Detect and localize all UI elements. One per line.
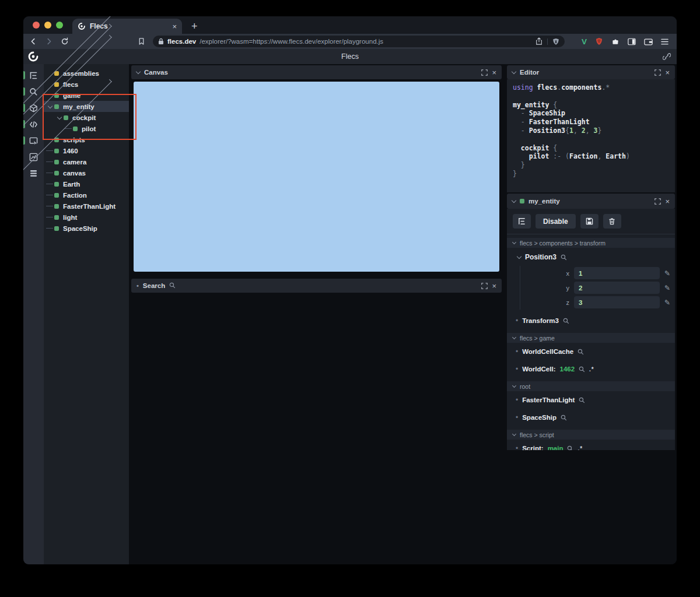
component-WorldCell[interactable]: •WorldCell:1462.* xyxy=(507,360,675,378)
tree-item-label: camera xyxy=(63,159,86,166)
component-WorldCellCache[interactable]: •WorldCellCache xyxy=(507,343,675,360)
section-header[interactable]: flecs > game xyxy=(507,333,675,343)
section-header[interactable]: root xyxy=(507,381,675,391)
lock-icon xyxy=(158,38,164,45)
close-panel-icon[interactable]: × xyxy=(665,69,670,76)
sidebar-toggle-icon[interactable] xyxy=(628,38,636,45)
tree-item-cockpit[interactable]: cockpit xyxy=(44,112,129,123)
entity-tree: assembliesflecsgamemy_entitycockpitpilot… xyxy=(44,64,129,564)
share-icon[interactable] xyxy=(536,37,542,45)
browser-tab[interactable]: Flecs × xyxy=(72,19,182,34)
forward-button[interactable] xyxy=(45,37,53,45)
tree-item-Earth[interactable]: Earth xyxy=(44,178,129,189)
section-path: root xyxy=(520,383,530,390)
component-Position3[interactable]: Position3 xyxy=(507,248,675,263)
share-link-icon[interactable] xyxy=(663,52,671,61)
collapse-icon[interactable] xyxy=(136,69,141,74)
zoom-window-button[interactable] xyxy=(56,22,63,29)
tree-item-FasterThanLight[interactable]: FasterThanLight xyxy=(44,201,129,212)
code-editor[interactable]: using flecs.components.* my_entity { - S… xyxy=(507,79,675,192)
tree-filter-button[interactable] xyxy=(513,214,531,229)
render-canvas[interactable] xyxy=(134,82,499,272)
wallet-icon[interactable] xyxy=(644,38,653,45)
field-z-input[interactable]: 3 xyxy=(574,296,660,308)
magnifier-icon[interactable] xyxy=(578,349,584,355)
magnifier-icon[interactable] xyxy=(169,282,176,289)
save-button[interactable] xyxy=(580,214,598,229)
component-value[interactable]: 1462 xyxy=(560,366,575,373)
fullscreen-icon[interactable] xyxy=(654,69,661,76)
fullscreen-icon[interactable] xyxy=(481,283,488,289)
section-header[interactable]: flecs > components > transform xyxy=(507,238,675,248)
brave-shield-icon[interactable] xyxy=(552,38,559,45)
tree-item-camera[interactable]: camera xyxy=(44,156,129,167)
tree-item-light[interactable]: light xyxy=(44,212,129,223)
field-y-input[interactable]: 2 xyxy=(574,282,660,294)
magnifier-icon[interactable] xyxy=(561,415,567,421)
tree-item-game[interactable]: game xyxy=(44,90,129,101)
expand-icon[interactable] xyxy=(46,138,54,142)
edit-icon[interactable]: ✎ xyxy=(664,269,670,278)
back-button[interactable] xyxy=(29,37,37,45)
rail-tree-icon[interactable] xyxy=(23,71,44,80)
tree-item-canvas[interactable]: canvas xyxy=(44,167,129,178)
expand-icon[interactable] xyxy=(46,94,54,97)
magnifier-icon[interactable] xyxy=(579,397,585,403)
close-window-button[interactable] xyxy=(33,22,40,29)
tab-close-icon[interactable]: × xyxy=(172,23,177,30)
tree-item-SpaceShip[interactable]: SpaceShip xyxy=(44,223,129,234)
rail-inspector-icon[interactable] xyxy=(23,136,44,146)
expand-icon[interactable] xyxy=(46,83,54,86)
fullscreen-icon[interactable] xyxy=(481,69,488,76)
close-panel-icon[interactable]: × xyxy=(492,282,496,290)
edit-icon[interactable]: ✎ xyxy=(664,298,670,307)
edit-icon[interactable]: ✎ xyxy=(664,284,670,292)
flecs-logo-icon[interactable] xyxy=(27,51,39,62)
component-SpaceShip[interactable]: •SpaceShip xyxy=(507,409,675,426)
app-header: Flecs xyxy=(23,49,677,64)
bookmark-icon[interactable] xyxy=(138,37,145,45)
collapse-icon[interactable] xyxy=(46,106,54,108)
close-panel-icon[interactable]: × xyxy=(665,198,670,205)
tree-item-1460[interactable]: 1460 xyxy=(44,145,129,156)
collapse-icon[interactable] xyxy=(512,69,516,74)
browser-window: Flecs × + flecs.dev /explorer/?wasm=http… xyxy=(23,16,677,564)
component-fields: x1✎y2✎z3✎ xyxy=(520,266,670,310)
disable-button[interactable]: Disable xyxy=(536,214,576,229)
close-panel-icon[interactable]: × xyxy=(492,69,496,76)
vue-devtools-icon[interactable]: V xyxy=(582,37,587,46)
component-Transform3[interactable]: •Transform3 xyxy=(507,312,675,329)
rail-stats-icon[interactable] xyxy=(23,168,44,178)
bullet-icon: • xyxy=(516,445,518,450)
new-tab-button[interactable]: + xyxy=(191,21,198,31)
fullscreen-icon[interactable] xyxy=(654,198,661,205)
tree-item-scripts[interactable]: scripts xyxy=(44,134,129,145)
tree-item-Faction[interactable]: Faction xyxy=(44,189,129,201)
section-header[interactable]: flecs > script xyxy=(507,430,675,440)
expand-icon[interactable] xyxy=(46,72,54,75)
collapse-icon xyxy=(512,335,516,339)
component-value[interactable]: main xyxy=(548,445,564,450)
pair-icon: .* xyxy=(578,445,583,451)
component-Script[interactable]: •Script:main.* xyxy=(507,440,675,450)
field-x-input[interactable]: 1 xyxy=(574,267,660,279)
collapse-icon[interactable] xyxy=(517,254,522,259)
magnifier-icon[interactable] xyxy=(561,254,567,261)
panel-collapsed-icon[interactable]: • xyxy=(136,283,139,289)
reload-button[interactable] xyxy=(61,37,69,45)
adguard-extension-icon[interactable] xyxy=(595,37,603,45)
url-divider xyxy=(547,38,548,45)
minimize-window-button[interactable] xyxy=(44,22,51,29)
collapse-icon[interactable] xyxy=(55,117,64,119)
extensions-puzzle-icon[interactable] xyxy=(611,37,620,45)
browser-menu-icon[interactable] xyxy=(661,38,668,45)
delete-button[interactable] xyxy=(603,214,621,229)
magnifier-icon[interactable] xyxy=(567,445,573,451)
url-bar[interactable]: flecs.dev /explorer/?wasm=https://www.fl… xyxy=(153,36,565,47)
component-FasterThanLight[interactable]: •FasterThanLight xyxy=(507,391,675,409)
collapse-icon[interactable] xyxy=(512,198,516,203)
search-panel-header: • Search × xyxy=(131,279,502,293)
magnifier-icon[interactable] xyxy=(563,318,569,324)
tab-bar: Flecs × + xyxy=(23,16,677,34)
magnifier-icon[interactable] xyxy=(579,366,585,373)
